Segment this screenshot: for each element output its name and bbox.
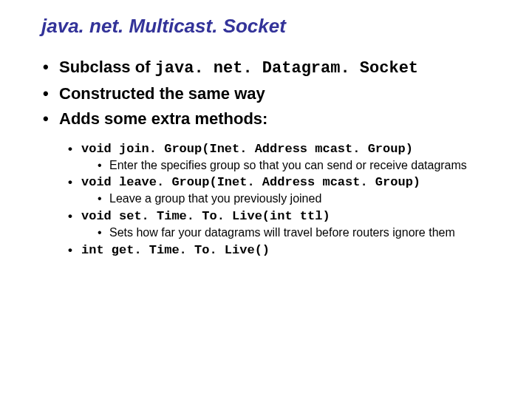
slide-title: java. net. Multicast. Socket xyxy=(41,15,508,38)
bullet-subclass: Subclass of java. net. Datagram. Socket xyxy=(41,55,508,81)
method-get-ttl-sig: int get. Time. To. Live() xyxy=(81,243,270,257)
method-set-ttl-desc: Sets how far your datagrams will travel … xyxy=(96,225,508,241)
method-leave-group-desc: Leave a group that you previously joined xyxy=(96,191,508,207)
bullet-constructed: Constructed the same way xyxy=(41,82,508,106)
slide: java. net. Multicast. Socket Subclass of… xyxy=(0,0,532,399)
method-join-group: void join. Group(Inet. Address mcast. Gr… xyxy=(66,141,508,174)
bullet-subclass-prefix: Subclass of xyxy=(59,58,155,76)
bullet-adds-methods-text: Adds some extra methods: xyxy=(59,109,267,128)
main-bullet-list: Subclass of java. net. Datagram. Socket … xyxy=(41,55,508,259)
method-set-ttl-desc-list: Sets how far your datagrams will travel … xyxy=(96,225,508,241)
method-leave-group-desc-list: Leave a group that you previously joined xyxy=(96,191,508,207)
bullet-subclass-code: java. net. Datagram. Socket xyxy=(155,59,418,78)
method-leave-group: void leave. Group(Inet. Address mcast. G… xyxy=(66,174,508,207)
method-join-group-desc: Enter the specifies group so that you ca… xyxy=(96,158,508,174)
bullet-adds-methods: Adds some extra methods: void join. Grou… xyxy=(41,107,508,259)
method-get-ttl: int get. Time. To. Live() xyxy=(66,242,508,259)
method-join-group-sig: void join. Group(Inet. Address mcast. Gr… xyxy=(81,142,413,156)
method-set-ttl: void set. Time. To. Live(int ttl) Sets h… xyxy=(66,208,508,241)
method-leave-group-sig: void leave. Group(Inet. Address mcast. G… xyxy=(81,175,420,189)
methods-list: void join. Group(Inet. Address mcast. Gr… xyxy=(66,141,508,259)
method-set-ttl-sig: void set. Time. To. Live(int ttl) xyxy=(81,209,330,223)
method-join-group-desc-list: Enter the specifies group so that you ca… xyxy=(96,158,508,174)
